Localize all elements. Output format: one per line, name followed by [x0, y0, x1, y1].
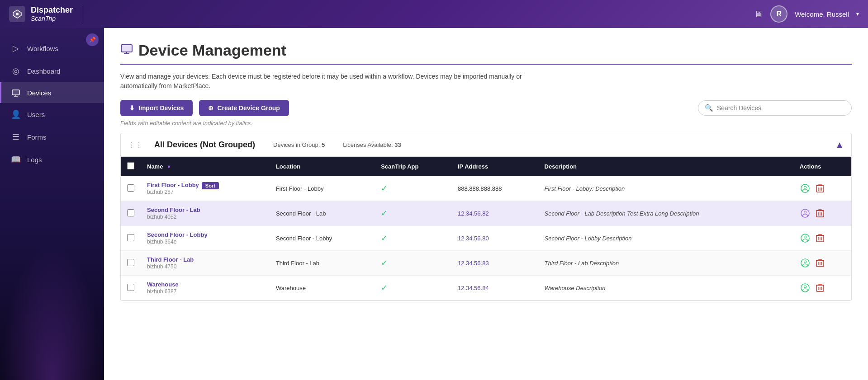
table-header-row: Name ▼ Location ScanTrip App IP Address …	[121, 157, 851, 176]
import-label: Import Devices	[138, 104, 184, 112]
top-navigation: Dispatcher ScanTrip 🖥 R Welcome, Russell…	[0, 0, 868, 28]
device-model: bizhub 287	[147, 189, 174, 195]
actions-cell	[793, 251, 851, 276]
scantrip-app-cell: ✓	[375, 201, 451, 226]
device-model: bizhub 4750	[147, 263, 176, 270]
toolbar: ⬇ Import Devices ⊕ Create Device Group 🔍	[120, 100, 852, 116]
table-row: Second Floor - Labbizhub 4052Second Floo…	[121, 201, 851, 226]
ip-address-link[interactable]: 12.34.56.82	[458, 210, 489, 217]
ip-address-link[interactable]: 12.34.56.83	[458, 260, 489, 267]
device-name-link[interactable]: Second Floor - Lobby	[147, 231, 263, 238]
register-button[interactable]	[800, 208, 811, 219]
description-text: Warehouse Description	[545, 285, 606, 291]
sidebar: 📌 ▷ Workflows ◎ Dashboard Devices	[0, 28, 104, 380]
devices-in-group: Devices in Group: 5	[273, 141, 325, 148]
actions-buttons	[800, 282, 845, 293]
search-box: 🔍	[698, 100, 852, 116]
device-name-link[interactable]: Warehouse	[147, 281, 263, 288]
location-column-header: Location	[270, 157, 375, 176]
device-name-cell: Second Floor - Labbizhub 4052	[141, 201, 270, 226]
sidebar-item-label: Devices	[27, 89, 51, 97]
table-header-bar: ⋮⋮ All Devices (Not Grouped) Devices in …	[121, 133, 851, 157]
sidebar-item-dashboard[interactable]: ◎ Dashboard	[0, 60, 104, 82]
import-devices-button[interactable]: ⬇ Import Devices	[120, 100, 193, 116]
ip-address-link[interactable]: 12.34.56.80	[458, 235, 489, 242]
create-device-group-button[interactable]: ⊕ Create Device Group	[199, 100, 289, 116]
checkmark-icon: ✓	[381, 234, 388, 243]
actions-column-header: Actions	[793, 157, 851, 176]
collapse-button[interactable]: ▲	[835, 140, 844, 150]
delete-button[interactable]	[815, 233, 825, 244]
pin-icon: 📌	[89, 37, 96, 43]
row-checkbox[interactable]	[127, 234, 134, 241]
select-all-checkbox[interactable]	[127, 162, 134, 169]
avatar[interactable]: R	[770, 5, 787, 23]
sidebar-item-forms[interactable]: ☰ Forms	[0, 126, 104, 148]
device-name-cell: Third Floor - Labbizhub 4750	[141, 251, 270, 276]
group-title: All Devices (Not Grouped)	[154, 140, 255, 150]
register-button[interactable]	[800, 258, 811, 268]
row-checkbox-cell	[121, 226, 141, 251]
sidebar-item-users[interactable]: 👤 Users	[0, 103, 104, 126]
page-title-row: Device Management	[120, 42, 852, 65]
ip-address-cell: 12.34.56.82	[451, 201, 538, 226]
register-button[interactable]	[800, 282, 811, 293]
svg-point-37	[804, 286, 806, 288]
sidebar-item-logs[interactable]: 📖 Logs	[0, 148, 104, 171]
delete-button[interactable]	[815, 183, 825, 194]
app-name-line1: Dispatcher	[31, 5, 73, 15]
create-group-icon: ⊕	[208, 104, 213, 112]
drag-handle-icon[interactable]: ⋮⋮	[128, 141, 142, 149]
ip-address-cell: 12.34.56.83	[451, 251, 538, 276]
actions-cell	[793, 201, 851, 226]
device-name-link[interactable]: Second Floor - Lab	[147, 206, 263, 213]
row-checkbox[interactable]	[127, 209, 134, 216]
device-name-link[interactable]: First Floor - LobbySort	[147, 182, 263, 188]
pin-badge: 📌	[86, 33, 99, 46]
delete-button[interactable]	[815, 282, 825, 293]
sidebar-item-label: Dashboard	[27, 67, 60, 75]
import-icon: ⬇	[129, 104, 135, 112]
actions-cell	[793, 276, 851, 300]
row-checkbox[interactable]	[127, 284, 134, 291]
checkmark-icon: ✓	[381, 283, 388, 292]
nav-divider	[83, 5, 83, 23]
sidebar-item-devices[interactable]: Devices	[0, 82, 104, 103]
row-checkbox[interactable]	[127, 259, 134, 266]
description-text: Second Floor - Lobby Description	[545, 235, 632, 242]
ip-address-link[interactable]: 12.34.56.84	[458, 285, 489, 291]
delete-button[interactable]	[815, 208, 825, 219]
svg-point-1	[16, 13, 19, 15]
description-cell: Third Floor - Lab Description	[538, 251, 793, 276]
device-name-cell: Warehousebizhub 6387	[141, 276, 270, 300]
scantrip-app-cell: ✓	[375, 226, 451, 251]
actions-buttons	[800, 258, 845, 268]
page-title-icon	[120, 42, 133, 58]
chevron-down-icon[interactable]: ▾	[856, 11, 859, 17]
name-column-header[interactable]: Name ▼	[141, 157, 270, 176]
delete-button[interactable]	[815, 258, 825, 268]
sidebar-item-label: Workflows	[27, 45, 58, 52]
checkmark-icon: ✓	[381, 258, 388, 267]
app-logo-icon	[9, 6, 25, 22]
monitor-icon[interactable]: 🖥	[754, 9, 763, 19]
register-button[interactable]	[800, 183, 811, 194]
location-cell: First Floor - Lobby	[270, 176, 375, 201]
devices-table: Name ▼ Location ScanTrip App IP Address …	[121, 157, 851, 300]
sidebar-item-label: Forms	[27, 133, 47, 141]
device-table-container: ⋮⋮ All Devices (Not Grouped) Devices in …	[120, 133, 852, 301]
forms-icon: ☰	[11, 132, 21, 142]
row-checkbox[interactable]	[127, 184, 134, 192]
ip-address-link[interactable]: 888.888.888.888	[458, 185, 502, 192]
actions-buttons	[800, 183, 845, 194]
search-input[interactable]	[717, 104, 845, 112]
actions-cell	[793, 176, 851, 201]
page-description: View and manage your devices. Each devic…	[120, 72, 527, 91]
welcome-text: Welcome, Russell	[795, 10, 849, 18]
device-name-link[interactable]: Third Floor - Lab	[147, 256, 263, 263]
register-button[interactable]	[800, 233, 811, 244]
search-icon: 🔍	[705, 104, 713, 112]
device-name-cell: First Floor - LobbySortbizhub 287	[141, 176, 270, 201]
row-checkbox-cell	[121, 251, 141, 276]
row-checkbox-cell	[121, 276, 141, 300]
